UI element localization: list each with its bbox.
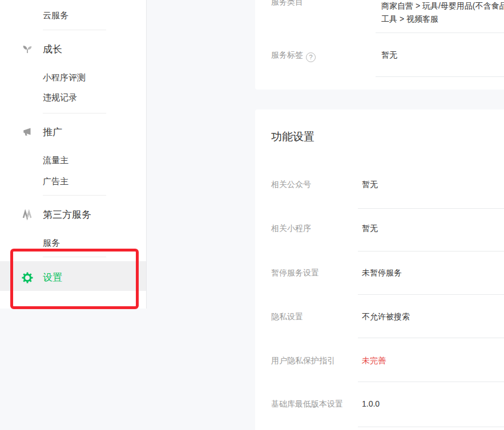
service-category-label: 服务类目 (271, 0, 303, 7)
divider (43, 257, 106, 257)
service-category-value: 商家自营 > 玩具/母婴用品(不含食品) 工具 > 视频客服 (381, 0, 504, 26)
base-library-version-label: 基础库最低版本设置 (271, 398, 343, 409)
gear-icon (22, 272, 33, 283)
related-official-account-value: 暂无 (362, 179, 378, 190)
service-tag-label: 服务标签? (271, 49, 316, 60)
double-n-icon (22, 209, 33, 221)
sprout-icon (22, 44, 33, 55)
pause-service-value: 未暂停服务 (362, 267, 402, 278)
privacy-settings-label: 隐私设置 (271, 311, 303, 322)
sidebar-item-miniprogram-evaluation[interactable]: 小程序评测 (43, 72, 86, 83)
sidebar: 云服务 成长 小程序评测 违规记录 推广 流量主 广告主 (0, 0, 147, 309)
sidebar-item-violation-records[interactable]: 违规记录 (43, 92, 77, 103)
related-miniprogram-value: 暂无 (362, 222, 378, 234)
divider (376, 76, 504, 77)
divider (358, 294, 504, 295)
divider (358, 382, 504, 382)
base-library-version-value: 1.0.0 (362, 398, 380, 409)
service-tag-label-text: 服务标签 (271, 50, 303, 59)
question-circle-icon[interactable]: ? (306, 52, 316, 62)
sidebar-item-traffic-owner[interactable]: 流量主 (43, 155, 68, 166)
settings-page: 云服务 成长 小程序评测 违规记录 推广 流量主 广告主 (0, 0, 504, 430)
divider (376, 33, 504, 33)
function-settings-title: 功能设置 (271, 129, 315, 145)
user-privacy-guide-label: 用户隐私保护指引 (271, 355, 335, 366)
divider (43, 113, 106, 113)
service-category-line: 商家自营 > 玩具/母婴用品(不含食品) (381, 0, 504, 13)
divider (43, 195, 106, 196)
service-category-line: 工具 > 视频客服 (381, 13, 504, 26)
divider (358, 338, 504, 338)
divider (43, 30, 106, 30)
pause-service-label: 暂停服务设置 (271, 267, 319, 278)
sidebar-item-advertiser[interactable]: 广告主 (43, 176, 68, 187)
sidebar-item-third-party-services[interactable]: 第三方服务 (43, 208, 91, 222)
divider (358, 208, 504, 209)
sidebar-item-settings[interactable]: 设置 (43, 271, 62, 285)
divider (358, 251, 504, 251)
service-tag-value: 暂无 (381, 49, 397, 60)
sidebar-item-service[interactable]: 服务 (43, 237, 60, 249)
sidebar-item-promotion[interactable]: 推广 (43, 125, 62, 139)
sidebar-item-cloud-service[interactable]: 云服务 (43, 10, 68, 21)
megaphone-icon (22, 127, 33, 138)
related-official-account-label: 相关公众号 (271, 179, 311, 190)
user-privacy-guide-value: 未完善 (362, 355, 386, 366)
privacy-settings-value: 不允许被搜索 (362, 311, 410, 322)
related-miniprogram-label: 相关小程序 (271, 222, 311, 234)
sidebar-item-growth[interactable]: 成长 (43, 43, 62, 56)
service-info-card: 服务类目 商家自营 > 玩具/母婴用品(不含食品) 工具 > 视频客服 服务标签… (255, 0, 504, 90)
divider (358, 427, 504, 427)
function-settings-card: 功能设置 相关公众号 暂无 相关小程序 暂无 暂停服务设置 未暂停服务 隐私设置… (255, 109, 504, 430)
